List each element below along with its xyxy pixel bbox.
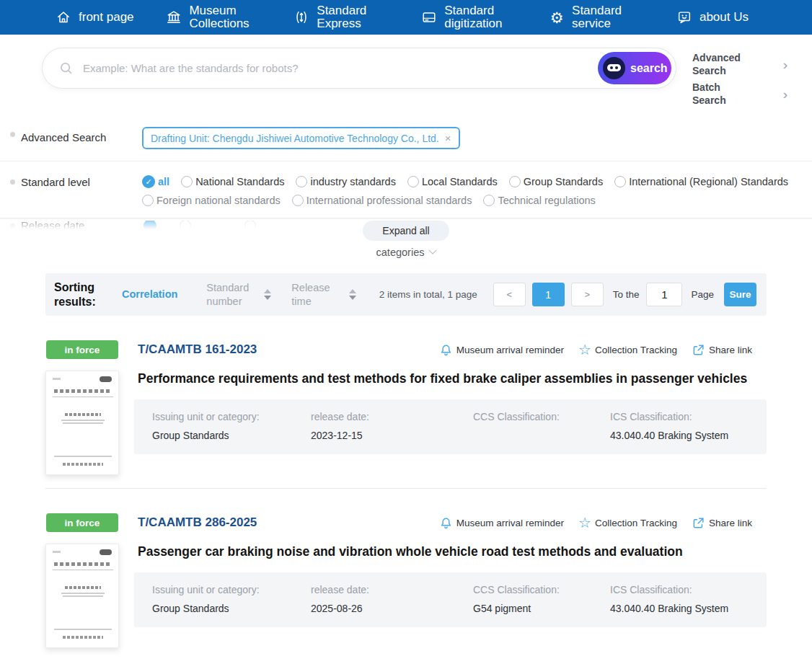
status-badge: in force xyxy=(46,513,118,532)
categories-dropdown[interactable]: categories xyxy=(376,247,436,258)
radio-industry-standards[interactable]: industry standards xyxy=(296,176,395,187)
result-title-link[interactable]: Passenger car braking noise and vibratio… xyxy=(138,544,767,559)
museum-icon xyxy=(165,9,182,26)
release-date-row-collapsed: Release date xyxy=(10,221,289,230)
search-button[interactable]: search xyxy=(598,52,671,84)
sure-button[interactable]: Sure xyxy=(724,283,756,306)
detail-cell: ICS Classification: 43.040.40 Braking Sy… xyxy=(610,584,759,614)
advanced-search-link[interactable]: Advanced Search › xyxy=(692,52,787,77)
sort-tab-correlation[interactable]: Correlation xyxy=(122,288,177,301)
advanced-search-row: Advanced Search Drafting Unit: Chengdu J… xyxy=(0,117,812,161)
collection-tracking-action[interactable]: ☆ Collection Tracking xyxy=(578,342,677,357)
radio-label: Foreign national standards xyxy=(156,195,281,206)
nav-standard-digitization[interactable]: Standard digitization xyxy=(420,4,516,31)
batch-search-label: Batch Search xyxy=(692,81,750,107)
current-page-button[interactable]: 1 xyxy=(532,283,565,306)
advanced-search-label: Advanced Search xyxy=(692,52,750,77)
radio-checked-icon xyxy=(144,221,156,230)
options-row-2: Foreign national standards International… xyxy=(142,195,788,206)
result-title-link[interactable]: Performance requirements and test method… xyxy=(138,371,767,386)
next-page-button[interactable]: > xyxy=(571,283,604,306)
share-link-action[interactable]: Share link xyxy=(692,343,752,357)
chat-smiley-icon xyxy=(676,9,693,26)
document-thumbnail[interactable] xyxy=(45,544,119,648)
standard-number-link[interactable]: T/CAAMTB 286-2025 xyxy=(138,515,257,530)
home-icon xyxy=(55,9,72,26)
result-left-column: in force xyxy=(45,340,119,475)
sort-tab-release-time[interactable]: Release time xyxy=(291,281,356,309)
radio-circle-icon xyxy=(407,176,419,187)
share-icon xyxy=(692,516,705,530)
options-row-1: ✓ all National Standards industry standa… xyxy=(142,175,788,188)
search-input[interactable] xyxy=(74,62,598,74)
result-header: T/CAAMTB 161-2023 Museum arrival reminde… xyxy=(138,342,767,357)
collection-tracking-action[interactable]: ☆ Collection Tracking xyxy=(578,515,677,530)
result-header: T/CAAMTB 286-2025 Museum arrival reminde… xyxy=(138,515,767,530)
results-list: in force T/CAAMTB 161-2023 Museum arriva… xyxy=(0,316,812,661)
results-summary: 2 items in total, 1 page xyxy=(379,289,477,300)
museum-arrival-reminder-action[interactable]: Museum arrival reminder xyxy=(439,343,564,357)
radio-foreign-national-standards[interactable]: Foreign national standards xyxy=(142,195,281,206)
detail-label: release date: xyxy=(311,584,473,595)
result-content: T/CAAMTB 161-2023 Museum arrival reminde… xyxy=(138,340,767,475)
radio-label: International professional standards xyxy=(306,195,472,206)
detail-value: 43.040.40 Braking System xyxy=(610,603,759,614)
collapsed-filters-zone: Release date Expand all categories xyxy=(0,218,812,263)
radio-local-standards[interactable]: Local Standards xyxy=(407,176,498,187)
detail-label: ICS Classification: xyxy=(610,411,759,422)
document-thumbnail[interactable] xyxy=(45,371,119,475)
standard-level-label: Standard level xyxy=(21,174,133,188)
batch-search-link[interactable]: Batch Search › xyxy=(692,81,787,107)
close-icon[interactable]: × xyxy=(445,132,451,144)
radio-circle-icon xyxy=(180,221,191,230)
share-link-action[interactable]: Share link xyxy=(692,516,752,530)
sort-arrows-icon[interactable] xyxy=(264,289,271,300)
standard-number-link[interactable]: T/CAAMTB 161-2023 xyxy=(138,342,257,357)
result-actions: Museum arrival reminder ☆ Collection Tra… xyxy=(439,342,767,357)
detail-value xyxy=(473,430,610,441)
detail-value: 2023-12-15 xyxy=(311,430,473,441)
nav-label: about Us xyxy=(700,11,749,24)
nav-standard-service[interactable]: ⚙ Standard service xyxy=(548,4,644,31)
radio-label: International (Regional) Standards xyxy=(629,176,788,187)
nav-front-page[interactable]: front page xyxy=(55,9,134,26)
radio-circle-icon xyxy=(614,176,626,187)
result-item: in force T/CAAMTB 161-2023 Museum arriva… xyxy=(45,316,767,488)
express-icon xyxy=(293,9,310,26)
nav-standard-express[interactable]: Standard Express xyxy=(293,4,389,31)
detail-value: Group Standards xyxy=(152,603,311,614)
radio-national-standards[interactable]: National Standards xyxy=(181,176,284,187)
share-icon xyxy=(692,343,705,357)
sort-tab-standard-number[interactable]: Standard number xyxy=(206,281,271,309)
radio-international-professional-standards[interactable]: International professional standards xyxy=(292,195,472,206)
star-icon: ☆ xyxy=(578,342,591,357)
goto-suffix-label: Page xyxy=(691,289,714,300)
radio-technical-regulations[interactable]: Technical regulations xyxy=(483,195,595,206)
detail-label: CCS Classification: xyxy=(473,584,610,595)
action-label: Share link xyxy=(709,345,752,355)
expand-all-button[interactable]: Expand all xyxy=(363,221,449,241)
bell-icon xyxy=(439,516,453,530)
nav-about-us[interactable]: about Us xyxy=(676,9,749,26)
drafting-unit-filter-tag[interactable]: Drafting Unit: Chengdu Jishiwei Automoti… xyxy=(142,127,460,149)
radio-label: Group Standards xyxy=(524,176,603,187)
robot-icon xyxy=(603,57,625,79)
detail-label: Issuing unit or category: xyxy=(152,584,311,595)
detail-cell: Issuing unit or category: Group Standard… xyxy=(152,584,311,614)
radio-circle-icon xyxy=(181,176,193,187)
radio-group-standards[interactable]: Group Standards xyxy=(509,176,603,187)
radio-all[interactable]: ✓ all xyxy=(142,175,169,188)
sort-arrows-icon[interactable] xyxy=(349,289,356,300)
detail-cell: ICS Classification: 43.040.40 Braking Sy… xyxy=(610,411,759,441)
bullet-icon xyxy=(10,132,15,137)
sorting-results-label: Sorting results: xyxy=(54,280,109,309)
prev-page-button[interactable]: < xyxy=(493,283,526,306)
nav-museum-collections[interactable]: Museum Collections xyxy=(165,4,261,31)
result-left-column: in force xyxy=(45,513,119,648)
top-nav: front page Museum Collections Standard E… xyxy=(0,0,812,35)
bell-icon xyxy=(439,343,453,357)
goto-page-input[interactable] xyxy=(646,283,682,306)
museum-arrival-reminder-action[interactable]: Museum arrival reminder xyxy=(439,516,564,530)
advanced-search-row-label: Advanced Search xyxy=(21,127,133,143)
radio-international-regional-standards[interactable]: International (Regional) Standards xyxy=(614,176,788,187)
